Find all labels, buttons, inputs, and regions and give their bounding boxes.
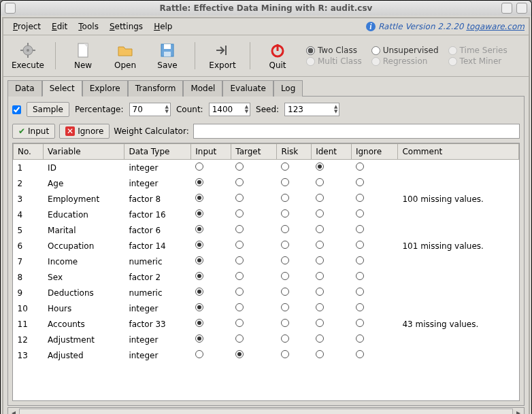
tab-data[interactable]: Data bbox=[7, 80, 42, 97]
input-button[interactable]: ✔Input bbox=[12, 124, 55, 139]
column-header[interactable]: Target bbox=[231, 144, 277, 160]
menu-tools[interactable]: Tools bbox=[73, 20, 104, 33]
column-header[interactable]: Data Type bbox=[124, 144, 191, 160]
role-radio-target[interactable] bbox=[231, 238, 277, 254]
role-radio-input[interactable] bbox=[191, 269, 231, 285]
chevron-down-icon[interactable]: ▼ bbox=[244, 109, 250, 114]
role-radio-ignore[interactable] bbox=[351, 191, 398, 207]
role-radio-ignore[interactable] bbox=[351, 160, 398, 176]
role-radio-target[interactable] bbox=[231, 316, 277, 332]
role-radio-target[interactable] bbox=[231, 222, 277, 238]
role-radio-ignore[interactable] bbox=[351, 316, 398, 332]
role-radio-risk[interactable] bbox=[277, 347, 312, 363]
column-header[interactable]: Comment bbox=[398, 144, 519, 160]
role-radio-input[interactable] bbox=[191, 160, 231, 176]
role-radio-input[interactable] bbox=[191, 254, 231, 269]
role-radio-input[interactable] bbox=[191, 222, 231, 238]
role-radio-risk[interactable] bbox=[277, 191, 312, 207]
radio-unsupervised[interactable]: Unsupervised bbox=[371, 46, 439, 55]
save-button[interactable]: Save bbox=[148, 39, 186, 72]
table-row[interactable]: 4Educationfactor 16 bbox=[14, 207, 519, 222]
role-radio-ignore[interactable] bbox=[351, 238, 398, 254]
table-row[interactable]: 1IDinteger bbox=[14, 160, 519, 176]
role-radio-ignore[interactable] bbox=[351, 207, 398, 222]
table-row[interactable]: 9Deductionsnumeric bbox=[14, 285, 519, 300]
titlebar[interactable]: Rattle: Effective Data Mining with R: au… bbox=[1, 1, 531, 16]
variables-table-wrap[interactable]: No.VariableData TypeInputTargetRiskIdent… bbox=[12, 143, 520, 401]
chevron-down-icon[interactable]: ▼ bbox=[333, 109, 339, 114]
menu-project[interactable]: Project bbox=[7, 20, 46, 33]
role-radio-ident[interactable] bbox=[312, 285, 352, 300]
percentage-spinner[interactable]: ▲▼ bbox=[129, 103, 171, 116]
role-radio-ignore[interactable] bbox=[351, 269, 398, 285]
table-row[interactable]: 2Ageinteger bbox=[14, 175, 519, 191]
chevron-down-icon[interactable]: ▼ bbox=[164, 109, 170, 114]
tab-evaluate[interactable]: Evaluate bbox=[222, 80, 273, 97]
export-button[interactable]: Export bbox=[203, 39, 242, 72]
version-link[interactable]: togaware.com bbox=[466, 22, 525, 31]
role-radio-ident[interactable] bbox=[312, 347, 352, 363]
sample-button[interactable]: Sample bbox=[27, 102, 69, 117]
role-radio-ident[interactable] bbox=[312, 222, 352, 238]
close-button[interactable] bbox=[516, 3, 527, 14]
radio-twoclass[interactable]: Two Class bbox=[306, 46, 362, 55]
role-radio-risk[interactable] bbox=[277, 207, 312, 222]
role-radio-target[interactable] bbox=[231, 285, 277, 300]
column-header[interactable]: Ignore bbox=[351, 144, 398, 160]
weight-calc-input[interactable] bbox=[193, 124, 520, 139]
tab-select[interactable]: Select bbox=[42, 80, 82, 97]
new-button[interactable]: New bbox=[64, 39, 102, 72]
table-row[interactable]: 13Adjustedinteger bbox=[14, 347, 519, 363]
role-radio-ignore[interactable] bbox=[351, 175, 398, 191]
chevron-right-icon[interactable]: ▸ bbox=[513, 408, 524, 414]
role-radio-target[interactable] bbox=[231, 269, 277, 285]
tab-model[interactable]: Model bbox=[183, 80, 222, 97]
role-radio-ident[interactable] bbox=[312, 300, 352, 316]
role-radio-target[interactable] bbox=[231, 254, 277, 269]
role-radio-input[interactable] bbox=[191, 300, 231, 316]
role-radio-risk[interactable] bbox=[277, 285, 312, 300]
role-radio-input[interactable] bbox=[191, 175, 231, 191]
role-radio-input[interactable] bbox=[191, 347, 231, 363]
role-radio-ignore[interactable] bbox=[351, 332, 398, 347]
table-row[interactable]: 5Maritalfactor 6 bbox=[14, 222, 519, 238]
chevron-left-icon[interactable]: ◂ bbox=[8, 408, 19, 414]
role-radio-input[interactable] bbox=[191, 207, 231, 222]
role-radio-risk[interactable] bbox=[277, 300, 312, 316]
role-radio-ident[interactable] bbox=[312, 254, 352, 269]
role-radio-target[interactable] bbox=[231, 332, 277, 347]
column-header[interactable]: No. bbox=[14, 144, 44, 160]
role-radio-target[interactable] bbox=[231, 160, 277, 176]
table-row[interactable]: 7Incomenumeric bbox=[14, 254, 519, 269]
role-radio-input[interactable] bbox=[191, 238, 231, 254]
column-header[interactable]: Risk bbox=[277, 144, 312, 160]
role-radio-input[interactable] bbox=[191, 332, 231, 347]
role-radio-target[interactable] bbox=[231, 207, 277, 222]
role-radio-risk[interactable] bbox=[277, 269, 312, 285]
menu-edit[interactable]: Edit bbox=[46, 20, 73, 33]
tab-log[interactable]: Log bbox=[273, 80, 303, 97]
sample-checkbox[interactable] bbox=[12, 105, 21, 114]
tab-explore[interactable]: Explore bbox=[82, 80, 128, 97]
role-radio-ignore[interactable] bbox=[351, 285, 398, 300]
role-radio-target[interactable] bbox=[231, 191, 277, 207]
table-row[interactable]: 8Sexfactor 2 bbox=[14, 269, 519, 285]
menu-help[interactable]: Help bbox=[148, 20, 178, 33]
column-header[interactable]: Variable bbox=[44, 144, 124, 160]
column-header[interactable]: Ident bbox=[312, 144, 352, 160]
role-radio-input[interactable] bbox=[191, 285, 231, 300]
table-row[interactable]: 12Adjustmentinteger bbox=[14, 332, 519, 347]
role-radio-input[interactable] bbox=[191, 316, 231, 332]
ignore-button[interactable]: ✕Ignore bbox=[59, 124, 110, 139]
role-radio-target[interactable] bbox=[231, 300, 277, 316]
role-radio-ignore[interactable] bbox=[351, 222, 398, 238]
role-radio-ignore[interactable] bbox=[351, 254, 398, 269]
role-radio-risk[interactable] bbox=[277, 316, 312, 332]
role-radio-risk[interactable] bbox=[277, 222, 312, 238]
maximize-button[interactable] bbox=[501, 3, 512, 14]
role-radio-ident[interactable] bbox=[312, 175, 352, 191]
seed-spinner[interactable]: ▲▼ bbox=[284, 103, 339, 116]
role-radio-target[interactable] bbox=[231, 347, 277, 363]
execute-button[interactable]: Execute bbox=[9, 39, 47, 72]
role-radio-risk[interactable] bbox=[277, 254, 312, 269]
